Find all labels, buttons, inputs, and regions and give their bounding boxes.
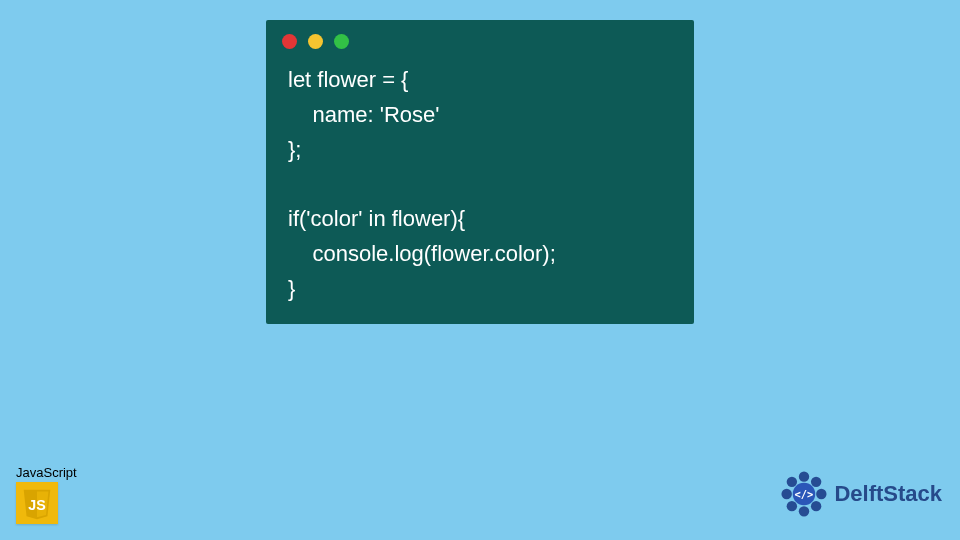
svg-text:JS: JS: [28, 497, 45, 513]
svg-point-2: [811, 477, 821, 487]
code-line: }: [288, 276, 295, 301]
delftstack-badge: </> DelftStack: [778, 468, 942, 520]
code-line: console.log(flower.color);: [288, 241, 556, 266]
code-line: };: [288, 137, 301, 162]
code-line: let flower = {: [288, 67, 408, 92]
code-line: if('color' in flower){: [288, 206, 465, 231]
javascript-icon: JS: [16, 482, 58, 524]
svg-point-8: [787, 477, 797, 487]
window-minimize-icon: [308, 34, 323, 49]
svg-point-6: [787, 501, 797, 511]
javascript-badge: JavaScript JS: [16, 465, 77, 524]
code-line: name: 'Rose': [288, 102, 439, 127]
delftstack-brand-text: DelftStack: [834, 481, 942, 507]
window-maximize-icon: [334, 34, 349, 49]
javascript-badge-label: JavaScript: [16, 465, 77, 480]
svg-point-4: [811, 501, 821, 511]
delftstack-icon: </>: [778, 468, 830, 520]
svg-point-7: [782, 489, 792, 499]
svg-point-3: [817, 489, 827, 499]
window-close-icon: [282, 34, 297, 49]
svg-point-1: [799, 471, 809, 481]
svg-text:</>: </>: [795, 488, 814, 500]
svg-point-5: [799, 506, 809, 516]
code-body: let flower = { name: 'Rose' }; if('color…: [266, 57, 694, 324]
window-titlebar: [266, 20, 694, 57]
code-window: let flower = { name: 'Rose' }; if('color…: [266, 20, 694, 324]
